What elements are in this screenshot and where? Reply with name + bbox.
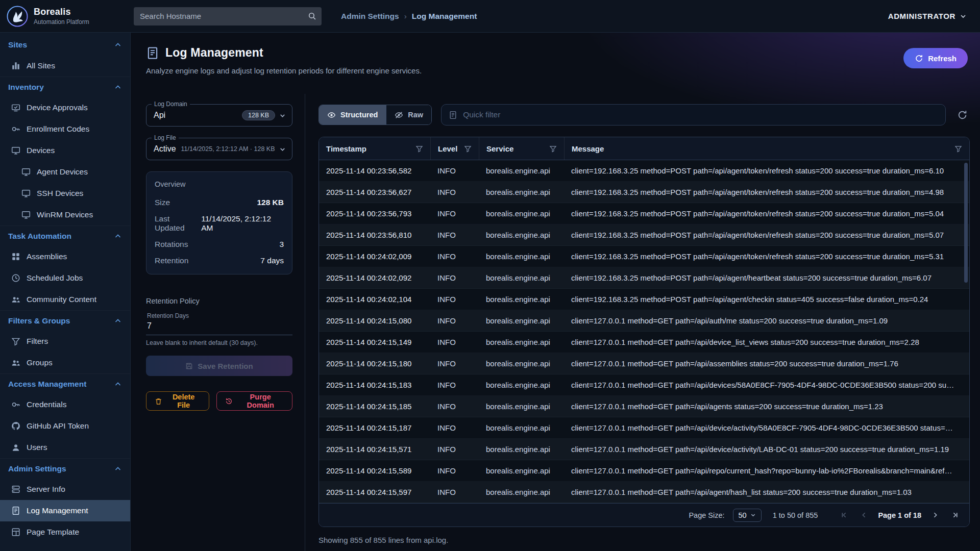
- sidebar-item-agent-devices[interactable]: Agent Devices: [0, 161, 130, 183]
- sidebar-item-device-approvals[interactable]: Device Approvals: [0, 97, 130, 118]
- table-row[interactable]: 2025-11-14 00:24:15,183INFOborealis.engi…: [319, 374, 969, 396]
- hostname-search[interactable]: [134, 7, 322, 26]
- table-row[interactable]: 2025-11-14 00:24:15,589INFOborealis.engi…: [319, 460, 969, 482]
- sidebar-item-winrm-devices[interactable]: WinRM Devices: [0, 204, 130, 226]
- filter-funnel-icon[interactable]: [415, 145, 423, 153]
- sidebar-section-sites[interactable]: Sites: [0, 35, 130, 55]
- log-file-select[interactable]: Log File Active 11/14/2025, 2:12:12 AM ·…: [146, 138, 292, 160]
- sidebar-item-github-api-token[interactable]: GitHub API Token: [0, 415, 130, 437]
- table-row[interactable]: 2025-11-14 00:24:15,149INFOborealis.engi…: [319, 332, 969, 353]
- breadcrumb-admin-settings[interactable]: Admin Settings: [341, 12, 399, 21]
- retention-hint: Leave blank to inherit default (30 days)…: [146, 339, 292, 346]
- sidebar-section-filters-groups[interactable]: Filters & Groups: [0, 310, 130, 331]
- column-header-timestamp[interactable]: Timestamp: [319, 137, 430, 160]
- sidebar-section-access-management[interactable]: Access Management: [0, 373, 130, 394]
- refresh-button[interactable]: Refresh: [903, 48, 968, 68]
- sidebar-item-assemblies[interactable]: Assemblies: [0, 246, 130, 267]
- table-row[interactable]: 2025-11-14 00:24:15,180INFOborealis.engi…: [319, 353, 969, 374]
- purge-domain-label: Purge Domain: [237, 393, 284, 409]
- overview-row-last-updated: Last Updated 11/14/2025, 2:12:12 AM: [155, 211, 284, 236]
- raw-toggle[interactable]: Raw: [386, 105, 431, 124]
- table-row[interactable]: 2025-11-14 00:23:56,582INFOborealis.engi…: [319, 160, 969, 182]
- cell-message: client=127.0.0.1 method=GET path=/api/de…: [564, 332, 969, 353]
- sidebar-section-task-automation[interactable]: Task Automation: [0, 226, 130, 246]
- sidebar-item-log-management[interactable]: Log Management: [0, 500, 130, 521]
- sidebar-section-admin-settings[interactable]: Admin Settings: [0, 458, 130, 479]
- retention-days-input[interactable]: [147, 321, 291, 331]
- sidebar-item-ssh-devices[interactable]: SSH Devices: [0, 183, 130, 204]
- sidebar-item-label: GitHub API Token: [27, 421, 89, 431]
- sidebar-item-label: Credentials: [27, 400, 66, 409]
- eye-icon: [327, 111, 336, 119]
- filter-funnel-icon[interactable]: [954, 145, 962, 153]
- column-header-service[interactable]: Service: [479, 137, 564, 160]
- quick-filter-input[interactable]: [463, 110, 938, 119]
- sidebar-item-server-info[interactable]: Server Info: [0, 479, 130, 500]
- purge-domain-button[interactable]: Purge Domain: [216, 391, 292, 411]
- sidebar-item-scheduled-jobs[interactable]: Scheduled Jobs: [0, 267, 130, 289]
- log-domain-select[interactable]: Log Domain Api 128 KB: [146, 104, 292, 127]
- retention-days-field[interactable]: Retention Days: [146, 310, 292, 335]
- table-scrollbar[interactable]: [964, 163, 968, 283]
- quick-filter[interactable]: [441, 104, 946, 126]
- table-row[interactable]: 2025-11-14 00:24:02,104INFOborealis.engi…: [319, 289, 969, 310]
- table-row[interactable]: 2025-11-14 00:24:15,597INFOborealis.engi…: [319, 482, 969, 503]
- pagination-range: 1 to 50 of 855: [773, 511, 818, 519]
- table-refresh-button[interactable]: [955, 108, 970, 122]
- cell-message: client=127.0.0.1 method=GET path=/api/ag…: [564, 396, 969, 417]
- first-page-button[interactable]: [838, 509, 850, 521]
- cell-service: borealis.engine.api: [479, 381, 564, 389]
- table-row[interactable]: 2025-11-14 00:24:15,185INFOborealis.engi…: [319, 396, 969, 417]
- table-row[interactable]: 2025-11-14 00:24:02,092INFOborealis.engi…: [319, 267, 969, 289]
- cell-message: client=127.0.0.1 method=GET path=/api/ag…: [564, 482, 969, 503]
- next-page-button[interactable]: [929, 509, 941, 521]
- search-input[interactable]: [140, 12, 308, 20]
- save-retention-button[interactable]: Save Retention: [146, 356, 292, 376]
- filter-funnel-icon[interactable]: [464, 145, 472, 153]
- brand[interactable]: Borealis Automation Platform: [0, 5, 131, 28]
- last-page-button[interactable]: [949, 509, 961, 521]
- delete-file-button[interactable]: Delete File: [146, 391, 209, 411]
- prev-page-button[interactable]: [858, 509, 870, 521]
- section-label: Inventory: [8, 83, 44, 92]
- sidebar-item-label: Groups: [27, 358, 53, 367]
- sidebar-item-filters[interactable]: Filters: [0, 331, 130, 352]
- structured-toggle[interactable]: Structured: [319, 105, 386, 124]
- column-header-level[interactable]: Level: [430, 137, 479, 160]
- sidebar-item-all-sites[interactable]: All Sites: [0, 55, 130, 77]
- sidebar-item-page-template[interactable]: Page Template: [0, 521, 130, 543]
- raw-label: Raw: [408, 111, 423, 119]
- log-page-icon: [146, 46, 159, 60]
- breadcrumb-current: Log Management: [412, 12, 477, 21]
- log-icon: [11, 506, 20, 515]
- sidebar-item-devices[interactable]: Devices: [0, 140, 130, 161]
- chevron-up-icon: [114, 41, 122, 49]
- table-row[interactable]: 2025-11-14 00:23:56,627INFOborealis.engi…: [319, 182, 969, 203]
- filter-funnel-icon[interactable]: [549, 145, 557, 153]
- section-label: Filters & Groups: [8, 316, 70, 325]
- sidebar-item-community-content[interactable]: Community Content: [0, 289, 130, 310]
- topbar: Borealis Automation Platform Admin Setti…: [0, 0, 980, 33]
- cell-message: client=192.168.3.25 method=POST path=/ap…: [564, 267, 969, 289]
- search-icon: [308, 12, 316, 20]
- sidebar-item-credentials[interactable]: Credentials: [0, 394, 130, 415]
- table-row[interactable]: 2025-11-14 00:24:15,080INFOborealis.engi…: [319, 310, 969, 332]
- cell-service: borealis.engine.api: [479, 188, 564, 196]
- sidebar-item-enrollment-codes[interactable]: Enrollment Codes: [0, 118, 130, 140]
- sidebar-section-inventory[interactable]: Inventory: [0, 77, 130, 97]
- cell-level: INFO: [430, 166, 479, 175]
- borealis-logo-icon: [6, 5, 29, 28]
- chevron-up-icon: [114, 380, 122, 388]
- table-row[interactable]: 2025-11-14 00:24:15,571INFOborealis.engi…: [319, 439, 969, 460]
- table-row[interactable]: 2025-11-14 00:24:02,009INFOborealis.engi…: [319, 246, 969, 267]
- user-menu[interactable]: ADMINISTRATOR: [888, 12, 967, 20]
- table-row[interactable]: 2025-11-14 00:23:56,793INFOborealis.engi…: [319, 203, 969, 224]
- table-row[interactable]: 2025-11-14 00:24:15,187INFOborealis.engi…: [319, 417, 969, 439]
- page-size-select[interactable]: 50: [733, 509, 762, 522]
- sidebar-item-users[interactable]: Users: [0, 437, 130, 458]
- table-row[interactable]: 2025-11-14 00:23:56,810INFOborealis.engi…: [319, 224, 969, 246]
- sidebar-item-groups[interactable]: Groups: [0, 352, 130, 373]
- overview-label: Last Updated: [155, 214, 201, 233]
- refresh-label: Refresh: [928, 54, 957, 63]
- column-header-message[interactable]: Message: [564, 137, 969, 160]
